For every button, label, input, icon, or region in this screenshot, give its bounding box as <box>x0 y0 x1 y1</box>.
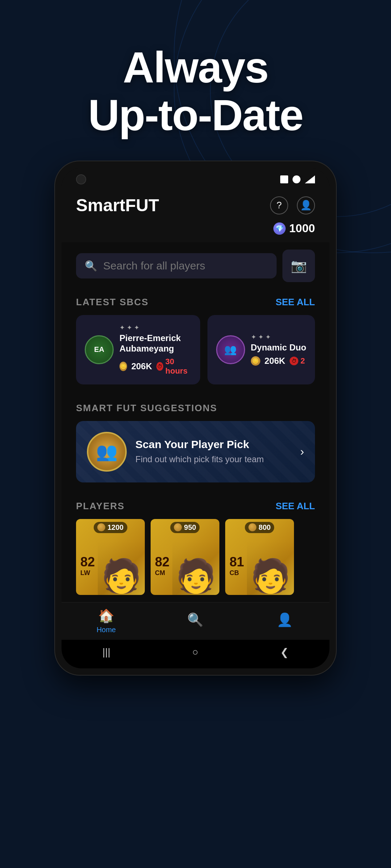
home-system-button[interactable]: ○ <box>192 646 198 658</box>
search-icon: 🔍 <box>85 260 97 272</box>
suggestions-section-title: SMART FUT SUGGESTIONS <box>76 403 217 414</box>
player-photo-1: 🧑 <box>98 541 145 595</box>
sbc-coin-icon-1: 🪙 <box>119 362 127 371</box>
suggestion-pack-icon: 👥 <box>87 432 127 472</box>
coin-icon: 💎 <box>273 222 286 235</box>
sbc-time-1: ⏱ 30 hours <box>156 357 192 376</box>
sbc-price-1: 206K <box>131 361 152 371</box>
sbc-info-aubameyang: ✦ ✦ ✦ Pierre-Emerick Aubameyang 🪙 206K ⏱… <box>119 324 192 376</box>
search-section: 🔍 📷 <box>62 242 329 293</box>
profile-button[interactable]: 👤 <box>297 196 315 214</box>
home-nav-label: Home <box>97 626 116 634</box>
sbc-see-all-button[interactable]: SEE ALL <box>276 297 315 308</box>
search-input-wrapper[interactable]: 🔍 <box>76 253 277 278</box>
player-position-1: LW <box>80 569 90 577</box>
header-actions: ? 👤 <box>270 196 315 214</box>
suggestion-title: Scan Your Player Pick <box>135 438 291 451</box>
players-see-all-button[interactable]: SEE ALL <box>276 501 315 512</box>
player-price-3: 800 <box>245 522 274 533</box>
sbc-section-header: LATEST SBCs SEE ALL <box>62 293 329 315</box>
recent-apps-button[interactable]: ||| <box>102 646 110 658</box>
page-title: AlwaysUp-to-Date <box>0 43 391 139</box>
player-price-2: 950 <box>170 522 199 533</box>
search-input[interactable] <box>103 260 268 272</box>
sbc-time-text-1: 30 hours <box>165 357 192 376</box>
suggestion-card[interactable]: 👥 Scan Your Player Pick Find out which p… <box>76 421 315 482</box>
players-section-title: PLAYERS <box>76 501 125 512</box>
help-button[interactable]: ? <box>270 196 288 214</box>
status-bar <box>62 168 329 188</box>
coin-amount: 1000 <box>289 222 315 235</box>
suggestion-chevron-icon: › <box>300 445 304 458</box>
sbc-badge-duo: 👥 <box>216 335 245 364</box>
phone-screen: SmartFUT ? 👤 💎 1000 🔍 📷 LATEST SBCs SEE … <box>62 168 329 668</box>
sbc-timer-icon-2: ⏱ <box>290 357 298 365</box>
player-card-1[interactable]: 1200 82 LW 🧑 <box>76 519 145 595</box>
suggestion-text: Scan Your Player Pick Find out which pic… <box>135 438 291 465</box>
players-cards-container: 1200 82 LW 🧑 950 <box>62 519 329 595</box>
player-coin-icon-3 <box>248 523 256 531</box>
sbc-badge-ea <box>85 335 114 364</box>
home-nav-icon: 🏠 <box>98 608 114 624</box>
system-navigation: ||| ○ ❮ <box>62 640 329 668</box>
player-card-2[interactable]: 950 82 CM 🧑 <box>151 519 219 595</box>
player-position-3: CB <box>230 569 239 577</box>
player-coin-icon-1 <box>97 523 105 531</box>
player-photo-2: 🧑 <box>172 541 219 595</box>
sbc-stars-1: ✦ ✦ ✦ <box>119 324 192 332</box>
player-price-text-1: 1200 <box>108 523 124 532</box>
status-icon-signal <box>305 175 315 183</box>
suggestion-description: Find out which pick fits your team <box>135 454 291 465</box>
player-rating-3: 81 <box>230 554 244 570</box>
nav-home[interactable]: 🏠 Home <box>84 608 128 634</box>
back-button[interactable]: ❮ <box>280 646 289 658</box>
sbc-meta-dynamic-duo: 🪙 206K ⏱ 2 <box>251 356 307 366</box>
player-card-3[interactable]: 800 81 CB 🧑 <box>225 519 294 595</box>
player-rating-1: 82 <box>80 554 95 570</box>
sbc-info-dynamic-duo: ✦ ✦ ✦ Dynamic Duo 🪙 206K ⏱ 2 <box>251 333 307 366</box>
bottom-navigation: 🏠 Home 🔍 👤 <box>62 602 329 640</box>
sbc-cards-container: ✦ ✦ ✦ Pierre-Emerick Aubameyang 🪙 206K ⏱… <box>62 315 329 395</box>
players-section: PLAYERS SEE ALL 1200 82 LW 🧑 <box>62 493 329 602</box>
players-section-header: PLAYERS SEE ALL <box>62 497 329 519</box>
sbc-stars-2: ✦ ✦ ✦ <box>251 333 307 341</box>
suggestions-section: SMART FUT SUGGESTIONS 👥 Scan Your Player… <box>62 395 329 493</box>
camera-notch <box>76 174 86 184</box>
player-rating-2: 82 <box>155 554 169 570</box>
status-icons <box>280 175 315 183</box>
status-icon-square <box>280 175 288 183</box>
player-photo-3: 🧑 <box>247 541 294 595</box>
page-header: AlwaysUp-to-Date <box>0 0 391 161</box>
sbc-time-text-2: 2 <box>300 356 305 366</box>
sbc-coin-icon-2: 🪙 <box>251 356 260 366</box>
status-icon-dot <box>293 175 300 183</box>
player-position-2: CM <box>155 569 165 577</box>
sbc-meta-aubameyang: 🪙 206K ⏱ 30 hours <box>119 357 192 376</box>
app-title: SmartFUT <box>76 195 159 215</box>
phone-frame: SmartFUT ? 👤 💎 1000 🔍 📷 LATEST SBCs SEE … <box>54 161 337 676</box>
player-price-text-2: 950 <box>184 523 196 532</box>
camera-scan-button[interactable]: 📷 <box>282 250 315 282</box>
nav-profile[interactable]: 👤 <box>263 612 307 630</box>
nav-search[interactable]: 🔍 <box>174 612 217 630</box>
sbc-name-dynamic-duo: Dynamic Duo <box>251 342 307 353</box>
app-header: SmartFUT ? 👤 <box>62 188 329 219</box>
coin-bar: 💎 1000 <box>62 219 329 242</box>
profile-nav-icon: 👤 <box>277 612 293 627</box>
sbc-section-title: LATEST SBCs <box>76 297 149 308</box>
sbc-card-aubameyang[interactable]: ✦ ✦ ✦ Pierre-Emerick Aubameyang 🪙 206K ⏱… <box>76 315 200 384</box>
sbc-time-2: ⏱ 2 <box>290 356 305 366</box>
sbc-name-aubameyang: Pierre-Emerick Aubameyang <box>119 333 192 354</box>
sbc-card-dynamic-duo[interactable]: 👥 ✦ ✦ ✦ Dynamic Duo 🪙 206K ⏱ 2 <box>207 315 315 384</box>
suggestions-section-header: SMART FUT SUGGESTIONS <box>62 399 329 421</box>
player-price-1: 1200 <box>94 522 127 533</box>
player-coin-icon-2 <box>174 523 182 531</box>
search-nav-icon: 🔍 <box>187 612 203 627</box>
player-price-text-3: 800 <box>258 523 270 532</box>
sbc-price-2: 206K <box>265 356 285 366</box>
sbc-timer-icon-1: ⏱ <box>156 362 163 371</box>
